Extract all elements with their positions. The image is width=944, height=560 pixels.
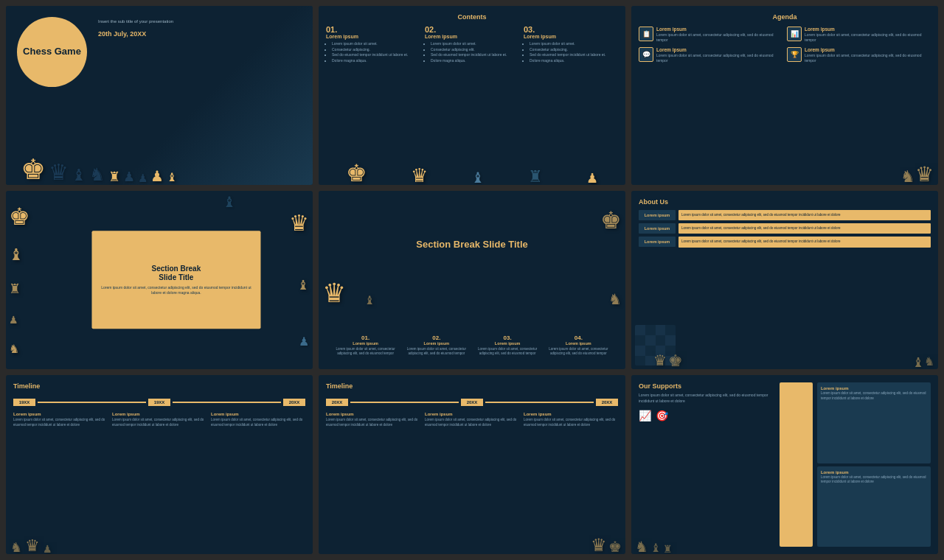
content-col-2: 02. Lorem ipsum Lorem ipsum dolor sit am…: [425, 25, 519, 63]
s9-rook: [663, 544, 673, 554]
year-8-3: 20XX: [596, 399, 618, 406]
about-row-2: Lorem ipsum Lorem ipsum dolor sit amet, …: [639, 223, 931, 234]
tl-col-7-2-title: Lorem ipsum: [112, 412, 206, 416]
section-break-box: Section BreakSlide Title Lorem ipsum dol…: [91, 231, 260, 329]
bishop-piece-1: [72, 167, 86, 183]
sb-item-2-body: Lorem ipsum dolor sit amet, consectetur …: [403, 347, 470, 357]
col-1-list: Lorem ipsum dolor sit amet. Consectetur …: [326, 41, 420, 63]
tl-col-8-1: Lorem ipsum Lorem ipsum dolor sit amet, …: [326, 412, 420, 427]
slide-9-chess-decor: [635, 539, 673, 554]
agenda-item-4-title: Lorem ipsum: [805, 47, 931, 52]
sup-item-2-title: Lorem ipsum: [821, 470, 927, 475]
timeline-title-8: Timeline: [326, 382, 618, 390]
about-title: About Us: [639, 198, 931, 206]
timeline-bar-7: 19XX 19XX 20XX: [13, 399, 305, 406]
agenda-text-1: Lorem ipsum Lorem ipsum dolor sit amet, …: [656, 27, 782, 43]
sb-item-4: 04. Lorem ipsum Lorem ipsum dolor sit am…: [545, 335, 612, 357]
list-item: Consectetur adipiscing.: [332, 47, 420, 53]
sb-item-2-num: 02.: [403, 335, 470, 341]
supports-left: Our Supports Lorem ipsum dolor sit amet,…: [639, 382, 775, 547]
agenda-item-4: 🏆 Lorem ipsum Lorem ipsum dolor sit amet…: [787, 47, 931, 63]
agenda-text-3: Lorem ipsum Lorem ipsum dolor sit amet, …: [656, 47, 782, 63]
s8-king: [608, 539, 622, 554]
slide-9: Our Supports Lorem ipsum dolor sit amet,…: [631, 375, 938, 554]
about-label-1: Lorem ipsum: [639, 210, 676, 220]
supports-right: Lorem ipsum Lorem ipsum dolor sit amet, …: [817, 382, 931, 547]
slide-8-chess-decor: [591, 536, 622, 554]
year-8-2: 20XX: [461, 399, 483, 406]
sb-item-1-body: Lorem ipsum dolor sit amet, consectetur …: [332, 347, 399, 357]
s4-top-right: [223, 195, 236, 209]
s7-queen: [25, 538, 40, 554]
timeline-bar-8: 20XX 20XX 20XX: [326, 399, 618, 406]
agenda-icon-1: 📋: [639, 27, 653, 41]
tl-col-8-3: Lorem ipsum Lorem ipsum dolor sit amet, …: [524, 412, 618, 427]
slide-3-chess-decor: [631, 131, 938, 185]
tl-col-8-3-body: Lorem ipsum dolor sit amet, consectetur …: [524, 418, 618, 427]
agenda-item-3: 💬 Lorem ipsum Lorem ipsum dolor sit amet…: [639, 47, 782, 63]
col-1-title: Lorem ipsum: [326, 34, 420, 39]
s6-bishop: [912, 356, 924, 369]
supports-icons: 📈 🎯: [639, 410, 775, 421]
slide-5-title: Section Break Slide Title: [350, 239, 595, 250]
s4-bishop: [9, 247, 24, 263]
agenda-item-2: 📊 Lorem ipsum Lorem ipsum dolor sit amet…: [787, 27, 931, 43]
col-3-title: Lorem ipsum: [524, 34, 618, 39]
sb-item-2: 02. Lorem ipsum Lorem ipsum dolor sit am…: [403, 335, 470, 357]
list-item: Consectetur adipiscing elit.: [431, 47, 519, 53]
slide-1-date: 20th July, 20XX: [98, 30, 146, 38]
sup-item-2: Lorem ipsum Lorem ipsum dolor sit amet, …: [817, 466, 931, 547]
tl-col-8-2-body: Lorem ipsum dolor sit amet, consectetur …: [425, 418, 519, 427]
slide-5: Section Break Slide Title 01. Lorem ipsu…: [319, 191, 625, 370]
sb-item-4-body: Lorem ipsum dolor sit amet, consectetur …: [545, 347, 612, 357]
slide-7-chess-decor: [6, 509, 313, 554]
agenda-item-1-title: Lorem ipsum: [656, 27, 782, 32]
about-row-3: Lorem ipsum Lorem ipsum dolor sit amet, …: [639, 237, 931, 247]
timeline-title-7: Timeline: [13, 382, 305, 390]
queen-piece-1: [49, 161, 69, 183]
list-item: Dolore magna aliqua.: [431, 58, 519, 64]
decor-bishop: [471, 170, 485, 185]
decor-king: [346, 161, 367, 185]
tl-line-8-1: [350, 402, 459, 403]
year-7-3: 20XX: [283, 399, 305, 406]
tl-col-8-1-title: Lorem ipsum: [326, 412, 420, 416]
sb-item-3: 03. Lorem ipsum Lorem ipsum dolor sit am…: [474, 335, 541, 357]
s5-bishop: [364, 295, 375, 307]
decor-rook: [528, 169, 543, 185]
timeline-cols-8: Lorem ipsum Lorem ipsum dolor sit amet, …: [326, 412, 618, 427]
pawn-piece-3: [150, 169, 164, 183]
agenda-text-2: Lorem ipsum Lorem ipsum dolor sit amet, …: [805, 27, 931, 43]
s6-knight: [924, 356, 934, 369]
agenda-icon-4: 🏆: [787, 47, 802, 62]
col-3-list: Lorem ipsum dolor sit amet. Consectetur …: [524, 41, 618, 63]
slide-4: Section BreakSlide Title Lorem ipsum dol…: [6, 191, 313, 370]
sb-item-3-body: Lorem ipsum dolor sit amet, consectetur …: [474, 347, 541, 357]
agenda-icon-2: 📊: [787, 27, 802, 41]
tl-col-8-2-title: Lorem ipsum: [425, 412, 519, 416]
s4-pawn2: [299, 336, 309, 348]
list-item: Dolore magna aliqua.: [530, 58, 618, 64]
tl-col-7-3: Lorem ipsum Lorem ipsum dolor sit amet, …: [211, 412, 305, 427]
agenda-item-1: 📋 Lorem ipsum Lorem ipsum dolor sit amet…: [639, 27, 782, 43]
col-2-num: 02.: [425, 25, 519, 34]
year-7-1: 19XX: [13, 399, 35, 406]
pawn-piece-1: [123, 170, 135, 183]
content-col-1: 01. Lorem ipsum Lorem ipsum dolor sit am…: [326, 25, 420, 63]
sb-item-4-title: Lorem ipsum: [545, 341, 612, 346]
decor-knight-3: [900, 169, 915, 185]
agenda-grid: 📋 Lorem ipsum Lorem ipsum dolor sit amet…: [639, 27, 931, 63]
s5-queen: [322, 280, 346, 307]
sup-item-1: Lorem ipsum Lorem ipsum dolor sit amet, …: [817, 382, 931, 463]
slide-8: Timeline 20XX 20XX 20XX Lorem ipsum Lore…: [319, 375, 625, 554]
s5-knight: [608, 292, 622, 307]
s4-king: [9, 205, 30, 228]
decor-queen: [411, 166, 428, 185]
slide-1-subtitle: Insert the sub title of your presentatio…: [98, 19, 173, 24]
s7-pawn: [43, 544, 52, 554]
s6-king: [668, 353, 683, 369]
agenda-item-2-title: Lorem ipsum: [805, 27, 931, 32]
sb-item-1: 01. Lorem ipsum Lorem ipsum dolor sit am…: [332, 335, 399, 357]
slide-1-subtitle-container: Insert the sub title of your presentatio…: [98, 19, 173, 39]
contents-columns: 01. Lorem ipsum Lorem ipsum dolor sit am…: [326, 25, 618, 63]
